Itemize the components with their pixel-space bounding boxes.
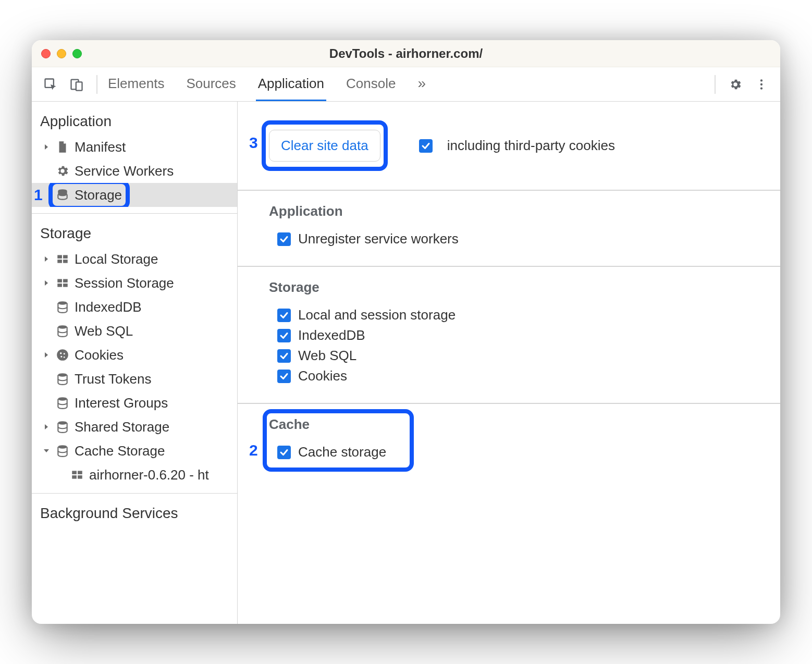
sidebar-item-cookies[interactable]: Cookies: [32, 343, 237, 367]
sidebar-item-service-workers[interactable]: Service Workers: [32, 159, 237, 183]
sidebar-item-local-storage[interactable]: Local Storage: [32, 247, 237, 271]
sidebar-item-label: Web SQL: [75, 323, 133, 339]
gear-icon: [729, 78, 742, 91]
sidebar-item-cache-entry[interactable]: airhorner-0.6.20 - ht: [32, 463, 237, 487]
sidebar-item-websql[interactable]: Web SQL: [32, 319, 237, 343]
group-title: Cache: [269, 416, 761, 433]
section-title: Storage: [32, 220, 237, 247]
sidebar-item-label: Local Storage: [75, 251, 158, 267]
sidebar-section-application: Application Manifest Service Workers: [32, 102, 237, 214]
svg-point-22: [58, 373, 67, 377]
expand-arrow-icon: [42, 423, 51, 431]
svg-point-24: [58, 421, 67, 425]
sidebar-item-label: Storage: [75, 187, 122, 203]
minimize-window-button[interactable]: [57, 49, 66, 58]
devtools-toolbar: Elements Sources Application Console »: [32, 67, 780, 102]
svg-point-19: [64, 353, 65, 354]
toolbar-separator: [96, 75, 97, 94]
third-party-cookies-checkbox[interactable]: [419, 139, 433, 153]
sidebar-item-cache-storage[interactable]: Cache Storage: [32, 439, 237, 463]
option-label: IndexedDB: [298, 327, 365, 343]
sidebar-item-manifest[interactable]: Manifest: [32, 135, 237, 159]
svg-rect-26: [72, 471, 77, 474]
svg-point-3: [760, 79, 762, 81]
sidebar-item-label: Manifest: [75, 139, 126, 155]
svg-rect-14: [63, 284, 68, 287]
svg-rect-7: [57, 255, 62, 259]
panel-tabs: Elements Sources Application Console »: [106, 67, 428, 101]
third-party-cookies-label: including third-party cookies: [447, 138, 615, 154]
local-session-storage-checkbox[interactable]: [277, 309, 291, 322]
sidebar-item-label: Trust Tokens: [75, 371, 151, 387]
close-window-button[interactable]: [41, 49, 51, 58]
sidebar-item-session-storage[interactable]: Session Storage: [32, 271, 237, 295]
svg-rect-27: [78, 471, 82, 474]
tab-elements[interactable]: Elements: [106, 67, 166, 101]
svg-point-16: [58, 325, 67, 329]
svg-point-18: [60, 352, 61, 354]
option-label: Local and session storage: [298, 307, 456, 323]
database-icon: [56, 444, 69, 458]
sidebar-item-storage[interactable]: Storage 1: [32, 183, 237, 207]
inspect-element-button[interactable]: [39, 73, 62, 96]
sidebar-item-indexeddb[interactable]: IndexedDB: [32, 295, 237, 319]
settings-button[interactable]: [724, 73, 747, 96]
cookie-icon: [56, 348, 69, 362]
expand-arrow-icon: [42, 255, 51, 263]
zoom-window-button[interactable]: [72, 49, 82, 58]
application-options-group: Application Unregister service workers: [238, 191, 780, 267]
more-menu-button[interactable]: [750, 73, 773, 96]
kebab-icon: [755, 78, 768, 91]
sidebar-item-shared-storage[interactable]: Shared Storage: [32, 415, 237, 439]
group-title: Storage: [269, 279, 761, 296]
sidebar-item-trust-tokens[interactable]: Trust Tokens: [32, 367, 237, 391]
sidebar-item-label: Cookies: [75, 347, 124, 363]
gear-icon: [56, 164, 69, 178]
sidebar-section-background-services: Background Services: [32, 494, 237, 624]
sidebar-section-storage: Storage Local Storage Session Storage: [32, 214, 237, 494]
svg-rect-12: [63, 279, 68, 282]
callout-number-1: 1: [34, 186, 43, 204]
sidebar-item-label: Cache Storage: [75, 443, 165, 459]
tab-console[interactable]: Console: [344, 67, 398, 101]
database-icon: [56, 372, 69, 386]
svg-point-17: [57, 349, 68, 361]
database-icon: [56, 324, 69, 338]
option-label: Cookies: [298, 368, 347, 384]
tab-application[interactable]: Application: [256, 67, 326, 101]
database-icon: [56, 396, 69, 410]
device-toolbar-button[interactable]: [65, 73, 88, 96]
indexeddb-checkbox[interactable]: [277, 329, 291, 342]
collapse-arrow-icon: [42, 447, 51, 455]
window-title: DevTools - airhorner.com/: [32, 46, 780, 61]
svg-rect-9: [57, 260, 62, 263]
storage-options-group: Storage Local and session storage Indexe…: [238, 267, 780, 404]
database-icon: [56, 300, 69, 314]
cookies-checkbox[interactable]: [277, 370, 291, 383]
svg-rect-2: [76, 82, 82, 90]
svg-point-15: [58, 301, 67, 305]
cache-storage-checkbox[interactable]: [277, 446, 291, 459]
grid-icon: [70, 468, 84, 482]
group-title: Application: [269, 203, 761, 219]
websql-checkbox[interactable]: [277, 349, 291, 363]
tabs-overflow-button[interactable]: »: [415, 67, 428, 101]
window-titlebar: DevTools - airhorner.com/: [32, 40, 780, 67]
svg-point-5: [760, 87, 762, 89]
unregister-sw-checkbox[interactable]: [277, 232, 291, 246]
svg-rect-11: [57, 279, 62, 282]
svg-rect-13: [57, 284, 62, 287]
svg-rect-8: [63, 255, 68, 259]
option-label: Unregister service workers: [298, 231, 459, 247]
svg-point-23: [58, 397, 67, 401]
sidebar-item-interest-groups[interactable]: Interest Groups: [32, 391, 237, 415]
tab-sources[interactable]: Sources: [184, 67, 238, 101]
clear-site-data-button[interactable]: Clear site data: [269, 130, 380, 162]
option-label: Web SQL: [298, 348, 356, 364]
expand-arrow-icon: [42, 279, 51, 287]
database-icon: [56, 420, 69, 434]
option-label: Cache storage: [298, 444, 386, 460]
sidebar-item-label: Shared Storage: [75, 419, 169, 435]
toolbar-separator: [715, 75, 716, 94]
cache-options-group: 2 Cache Cache storage: [238, 404, 780, 479]
